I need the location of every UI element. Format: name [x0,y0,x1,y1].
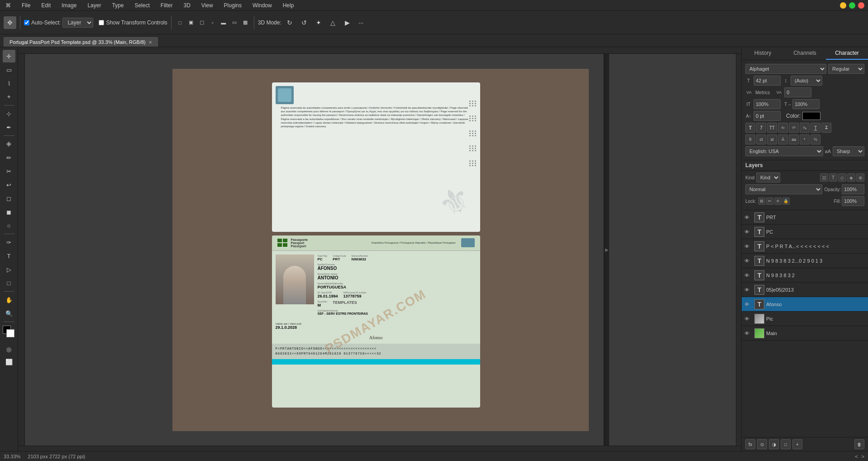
menu-3d[interactable]: 3D [181,1,192,10]
fx-button[interactable]: fx [745,439,755,449]
filter-vector-icon[interactable]: ◇ [838,173,846,182]
tool-history-brush[interactable]: ↩ [3,178,15,191]
tool-move[interactable]: ✛ [3,50,15,62]
format-aa[interactable]: Ā [778,134,788,144]
color-swatch[interactable] [802,112,820,120]
lock-position-icon[interactable]: ✛ [774,197,782,205]
minimize-button[interactable] [840,2,846,9]
3d-slide-tool[interactable]: △ [327,16,339,29]
layer-item-prt[interactable]: 👁 T PRT [742,210,868,225]
menu-type[interactable]: Type [110,1,125,10]
tool-brush[interactable]: ✏ [3,151,15,164]
menu-filter[interactable]: Filter [159,1,175,10]
tool-wand[interactable]: ⌖ [3,91,15,103]
tool-crop[interactable]: ⊹ [3,107,15,120]
vertical-scale-input[interactable] [754,99,781,109]
layer-visibility-n983832[interactable]: 👁 [744,273,753,278]
tab-history[interactable]: History [742,47,784,60]
format-strikethrough[interactable]: T [821,123,831,133]
format-underline[interactable]: T [811,123,820,133]
lock-transparent-icon[interactable]: ⊠ [758,197,765,205]
font-size-input[interactable] [754,76,781,86]
menu-edit[interactable]: Edit [39,1,52,10]
language-select[interactable]: English: USA [745,146,823,156]
lock-pixels-icon[interactable]: ✏ [766,197,773,205]
add-mask-button[interactable]: ⊙ [757,439,767,449]
leading-select[interactable]: (Auto) [791,76,822,86]
tool-eraser[interactable]: ◻ [3,192,15,205]
tab-close-button[interactable]: ✕ [148,40,152,45]
menu-ps[interactable]: ⌘ [4,1,13,10]
filter-pixel-icon[interactable]: ⊡ [820,173,828,182]
move-tool[interactable]: ✥ [4,16,16,29]
nav-left[interactable]: < [855,454,858,459]
3d-pan-tool[interactable]: ✦ [312,16,325,29]
format-superscript[interactable]: T² [789,123,799,133]
format-caps[interactable]: TT [767,123,777,133]
layer-item-pic[interactable]: 👁 Pic [742,312,868,326]
tool-type[interactable]: T [3,250,15,262]
document-tab[interactable]: Portugal PassPort Psd Template.psd @ 33.… [4,37,158,47]
tab-character[interactable]: Character [826,47,868,60]
align-top-button[interactable]: □ [175,18,185,28]
baseline-input[interactable] [754,111,781,121]
3d-rotate-tool[interactable]: ↻ [283,16,296,29]
font-family-select[interactable]: Alphaget [745,64,826,74]
tool-dodge[interactable]: ○ [3,219,15,232]
tool-pen[interactable]: ✑ [3,236,15,249]
tool-lasso[interactable]: ⌇ [3,77,15,90]
menu-view[interactable]: View [200,1,215,10]
3d-orbit-tool[interactable]: ↺ [298,16,310,29]
tool-select-rect[interactable]: ▭ [3,63,15,76]
canvas-area[interactable]: ▶ Página reservada às autoridades compet… [25,54,736,446]
layer-item-date[interactable]: 👁 T 05|e05|2013 [742,283,868,297]
filter-text-icon[interactable]: T [829,173,837,182]
scroll-horizontal[interactable] [18,446,741,451]
tool-clone[interactable]: ✂ [3,165,15,178]
layer-type-select[interactable]: Layer Group [62,18,93,28]
align-v-center-button[interactable]: ▩ [240,18,250,28]
layer-item-mrz2[interactable]: 👁 T N 9 8 3 8 3 2...0 2 9 0 1 3 [742,254,868,268]
layer-item-pc[interactable]: 👁 T PC [742,225,868,239]
tool-zoom[interactable]: 🔍 [3,307,15,320]
layer-item-afonso[interactable]: 👁 T Afonso [742,297,868,312]
align-bottom-button[interactable]: ▢ [197,18,207,28]
filter-smart-icon[interactable]: ◈ [847,173,855,182]
lock-all-icon[interactable]: 🔒 [782,197,790,205]
align-middle-button[interactable]: ▣ [186,18,196,28]
menu-image[interactable]: Image [60,1,78,10]
layer-item-main[interactable]: 👁 Main [742,326,868,341]
menu-help[interactable]: Help [281,1,296,10]
format-ligatures[interactable]: fi [745,134,755,144]
font-style-select[interactable]: Regular [828,64,864,74]
kind-select[interactable]: Kind [756,173,780,182]
close-button[interactable] [858,2,864,9]
layer-visibility-main[interactable]: 👁 [744,331,753,336]
menu-file[interactable]: File [20,1,32,10]
align-center-button[interactable]: ▬ [219,18,229,28]
menu-layer[interactable]: Layer [86,1,103,10]
3d-scale-tool[interactable]: ▶ [341,16,354,29]
transform-controls-checkbox[interactable] [99,20,104,25]
format-old-style[interactable]: ct [756,134,766,144]
tab-channels[interactable]: Channels [784,47,826,60]
opacity-input[interactable] [842,184,864,194]
maximize-button[interactable] [849,2,855,9]
auto-select-checkbox[interactable] [24,20,29,25]
align-left-button[interactable]: ▫ [208,18,218,28]
menu-window[interactable]: Window [251,1,274,10]
format-fractions[interactable]: ½ [811,134,820,144]
fill-input[interactable] [842,196,864,206]
horizontal-scale-input[interactable] [792,99,820,109]
layer-visibility-mrz2[interactable]: 👁 [744,258,753,264]
tool-hand[interactable]: ✋ [3,293,15,306]
layer-visibility-date[interactable]: 👁 [744,287,753,293]
antialiasing-select[interactable]: Sharp Crisp Strong Smooth [833,146,864,156]
layer-visibility-afonso[interactable]: 👁 [744,302,753,307]
format-italic[interactable]: T [756,123,766,133]
delete-layer-button[interactable]: 🗑 [854,439,864,449]
format-st[interactable]: st [767,134,777,144]
quick-mask-button[interactable]: ◎ [3,343,15,355]
tool-gradient[interactable]: ◼ [3,206,15,218]
align-right-button[interactable]: ▭ [229,18,239,28]
